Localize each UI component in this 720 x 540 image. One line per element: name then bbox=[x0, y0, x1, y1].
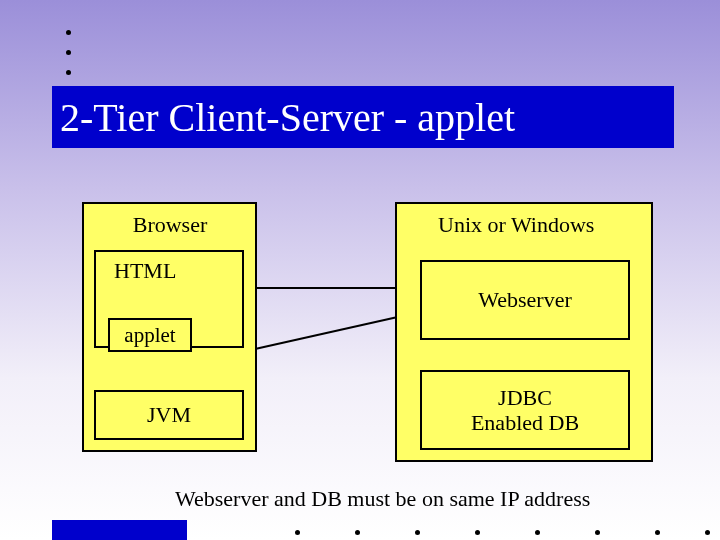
webserver-label: Webserver bbox=[478, 287, 572, 313]
decorative-dot bbox=[595, 530, 600, 535]
decorative-dot bbox=[475, 530, 480, 535]
server-os-label: Unix or Windows bbox=[438, 212, 594, 238]
applet-label: applet bbox=[124, 323, 175, 348]
decorative-dot bbox=[705, 530, 710, 535]
applet-box: applet bbox=[108, 318, 192, 352]
slide-title-bar: 2-Tier Client-Server - applet bbox=[52, 86, 674, 148]
decorative-bottom-bar bbox=[52, 520, 187, 540]
decorative-dot bbox=[355, 530, 360, 535]
decorative-dot bbox=[66, 70, 71, 75]
html-label: HTML bbox=[114, 258, 176, 284]
browser-label: Browser bbox=[120, 212, 220, 238]
decorative-dot bbox=[655, 530, 660, 535]
jvm-label: JVM bbox=[147, 402, 191, 428]
db-label: Enabled DB bbox=[471, 410, 579, 435]
decorative-dot bbox=[66, 50, 71, 55]
slide-title: 2-Tier Client-Server - applet bbox=[60, 94, 515, 141]
decorative-dot bbox=[66, 30, 71, 35]
jvm-box: JVM bbox=[94, 390, 244, 440]
jdbc-db-box: JDBC Enabled DB bbox=[420, 370, 630, 450]
decorative-dot bbox=[535, 530, 540, 535]
webserver-box: Webserver bbox=[420, 260, 630, 340]
footnote: Webserver and DB must be on same IP addr… bbox=[175, 486, 590, 512]
jdbc-label: JDBC bbox=[498, 385, 552, 410]
decorative-dot bbox=[415, 530, 420, 535]
decorative-dot bbox=[295, 530, 300, 535]
